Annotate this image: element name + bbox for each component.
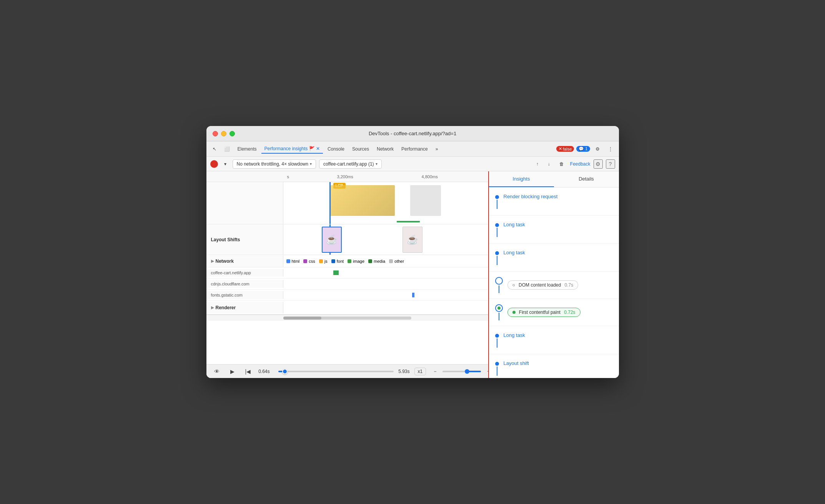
throttling-dropdown[interactable]: No network throttling, 4× slowdown ▾ [233,159,316,169]
milestone-dom-content: ○ DOM content loaded 0.7s [489,272,619,299]
fcp-green-dot [512,311,516,314]
legend-other: other [389,259,404,264]
zoom-thumb[interactable] [465,369,469,374]
close-button[interactable] [213,131,218,136]
insight-item-long-task-3: Long task [489,326,619,354]
circle-fcp [495,304,503,312]
more-tabs[interactable]: » [432,145,441,153]
maximize-button[interactable] [230,131,235,136]
insight-item-long-task-2: Long task [489,244,619,272]
domain-content-2 [283,279,488,289]
html-dot [286,259,290,263]
tab-insights[interactable]: Insights [489,171,554,187]
network-row-2: cdnjs.cloudflare.com [206,279,488,290]
time-marker-3200: 3,200ms [337,174,353,179]
current-time: 0.64s [258,369,274,374]
tab-performance[interactable]: Performance [398,145,431,153]
delete-button[interactable]: 🗑 [556,160,567,168]
timeline-panel: s 3,200ms LCP 4,800ms [206,171,488,378]
zoom-slider[interactable] [442,371,481,372]
insights-panel: Insights Details Render blocking request [488,171,619,378]
link-long-task-3[interactable]: Long task [504,332,525,338]
lcp-row-label [206,182,283,224]
dom-content-pill: ○ DOM content loaded 0.7s [507,280,579,290]
upload-button[interactable]: ↑ [533,160,542,168]
controls-bar: ▾ No network throttling, 4× slowdown ▾ c… [206,157,619,171]
network-collapse-arrow[interactable]: ▶ [211,259,214,263]
dom-time: 0.7s [565,282,574,288]
site-arrow: ▾ [376,162,378,166]
eye-button[interactable]: 👁 [211,367,223,376]
fcp-label: First contentful paint 0.72s [507,308,613,317]
fcp-pill: First contentful paint 0.72s [507,308,580,317]
network-legend: html css js [283,257,488,265]
renderer-label: ▶ Renderer [206,302,283,313]
css-dot [303,259,307,263]
download-button[interactable]: ↓ [545,160,553,168]
cursor-tool[interactable]: ↖ [210,145,220,153]
play-button[interactable]: ▶ [227,367,238,376]
link-render-blocking[interactable]: Render blocking request [504,194,558,199]
network-label: ▶ Network [206,255,283,267]
record-button[interactable] [210,160,218,168]
tab-sources[interactable]: Sources [349,145,372,153]
domain-label-1: coffee-cart.netlify.app [206,269,283,277]
timeline-rows: Layout Shifts ☕ ☕ ▶ Ne [206,182,488,364]
bottom-bar: 👁 ▶ |◀ 0.64s 5.93s x1 − + [206,364,488,378]
feedback-button[interactable]: Feedback [570,161,590,167]
error-badge: ✕ false [556,146,574,152]
timeline-blue-line [329,182,331,224]
inspect-tool[interactable]: ⬜ [221,145,233,153]
domain-label-2: cdnjs.cloudflare.com [206,280,283,288]
dot-layout-shift-1 [495,362,499,366]
milestone-fcp: First contentful paint 0.72s [489,299,619,326]
tab-network[interactable]: Network [374,145,397,153]
more-options-button[interactable]: ⋮ [605,145,616,153]
tab-performance-insights[interactable]: Performance insights 🚩 ✕ [261,144,323,154]
legend-js: js [319,259,328,264]
titlebar: DevTools - coffee-cart.netlify.app/?ad=1 [206,126,619,141]
timeline-scrubber[interactable] [278,371,394,372]
settings-button[interactable]: ⚙ [592,145,603,153]
renderer-row: ▶ Renderer [206,301,488,315]
insights-content: Render blocking request Long task [489,187,619,378]
main-content: s 3,200ms LCP 4,800ms [206,171,619,378]
tab-elements[interactable]: Elements [235,145,260,153]
tab-bar: ↖ ⬜ Elements Performance insights 🚩 ✕ Co… [206,141,619,157]
settings-icon-button[interactable]: ⚙ [594,159,603,169]
scrubber-thumb[interactable] [282,369,288,374]
zoom-in-button[interactable]: + [484,367,488,376]
dropdown-arrow-record[interactable]: ▾ [221,160,230,168]
link-long-task-1[interactable]: Long task [504,222,525,227]
other-dot [389,259,393,263]
window-title: DevTools - coffee-cart.netlify.app/?ad=1 [369,131,456,136]
image-dot [348,259,351,263]
dot-long-task-2 [495,251,499,255]
minimize-button[interactable] [221,131,226,136]
tab-details[interactable]: Details [554,171,619,187]
screenshot-2[interactable]: ☕ [403,227,422,253]
legend-media: media [368,259,385,264]
network-bar-blue-1 [412,293,414,297]
link-layout-shift-1[interactable]: Layout shift [504,360,529,366]
lcp-block [329,185,395,216]
time-ruler: s 3,200ms LCP 4,800ms [206,171,488,182]
insight-item-layout-shift-1: Layout shift [489,354,619,378]
link-long-task-2[interactable]: Long task [504,250,525,255]
tab-console[interactable]: Console [324,145,348,153]
zoom-out-button[interactable]: − [431,367,439,376]
screenshot-1[interactable]: ☕ [322,227,342,253]
layout-shifts-content: ☕ ☕ [283,224,488,255]
message-badge: 💬 1 [576,146,590,152]
green-bar [397,221,420,222]
circle-inner-fcp [497,307,501,310]
renderer-collapse-arrow[interactable]: ▶ [211,305,214,310]
total-time: 5.93s [398,369,409,374]
domain-label-3: fonts.gstatic.com [206,291,283,299]
legend-html: html [286,259,300,264]
legend-font: font [331,259,344,264]
site-dropdown[interactable]: coffee-cart.netlify.app (1) ▾ [319,159,382,169]
skip-back-button[interactable]: |◀ [242,367,254,376]
network-row-3: fonts.gstatic.com [206,290,488,301]
help-button[interactable]: ? [606,159,615,169]
